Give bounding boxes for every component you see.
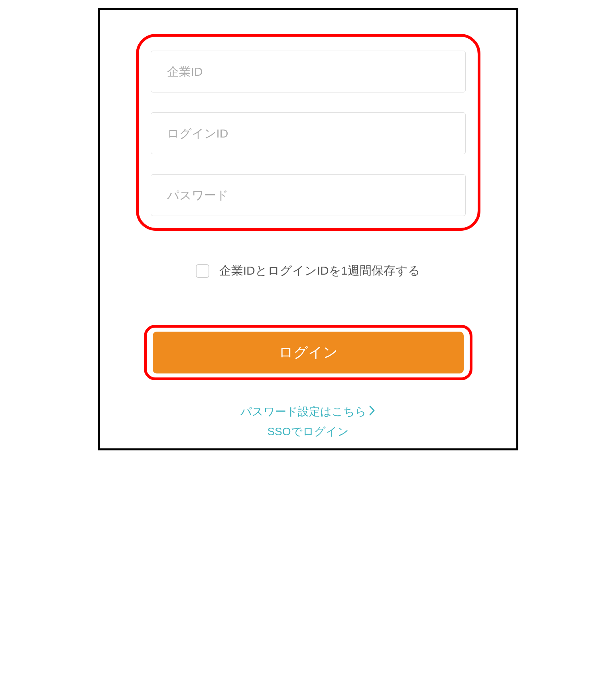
password-settings-link[interactable]: パスワード設定はこちら [240, 404, 376, 419]
chevron-right-icon [369, 405, 376, 419]
remember-checkbox-row: 企業IDとログインIDを1週間保存する [136, 263, 480, 279]
remember-checkbox[interactable] [196, 264, 209, 278]
remember-checkbox-label[interactable]: 企業IDとログインIDを1週間保存する [219, 263, 421, 279]
login-button[interactable]: ログイン [153, 332, 464, 373]
login-form-container: 企業IDとログインIDを1週間保存する ログイン パスワード設定はこちら SSO… [98, 8, 518, 450]
sso-login-link[interactable]: SSOでログイン [136, 424, 480, 439]
password-settings-link-text: パスワード設定はこちら [240, 404, 366, 419]
login-id-input[interactable] [151, 112, 466, 154]
company-id-input[interactable] [151, 51, 466, 92]
links-section: パスワード設定はこちら SSOでログイン [136, 404, 480, 439]
password-input[interactable] [151, 174, 466, 216]
login-button-highlight: ログイン [144, 325, 472, 380]
input-fields-highlight [136, 34, 480, 231]
